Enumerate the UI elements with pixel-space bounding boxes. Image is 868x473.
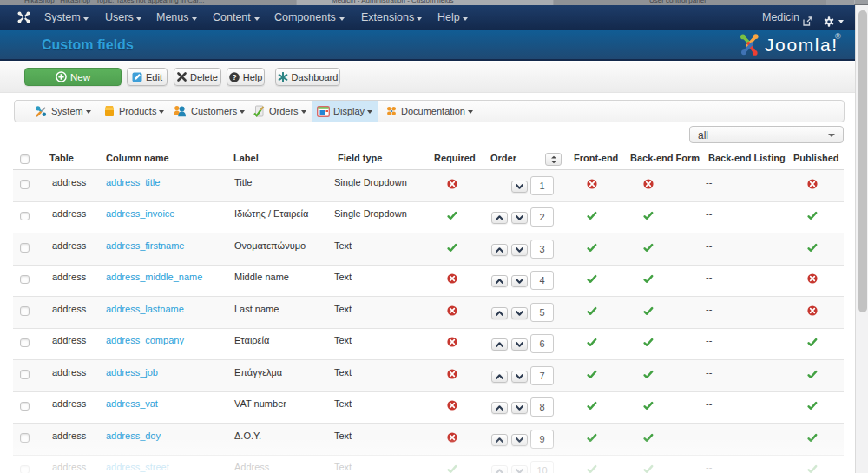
- svg-text:?: ?: [232, 73, 236, 82]
